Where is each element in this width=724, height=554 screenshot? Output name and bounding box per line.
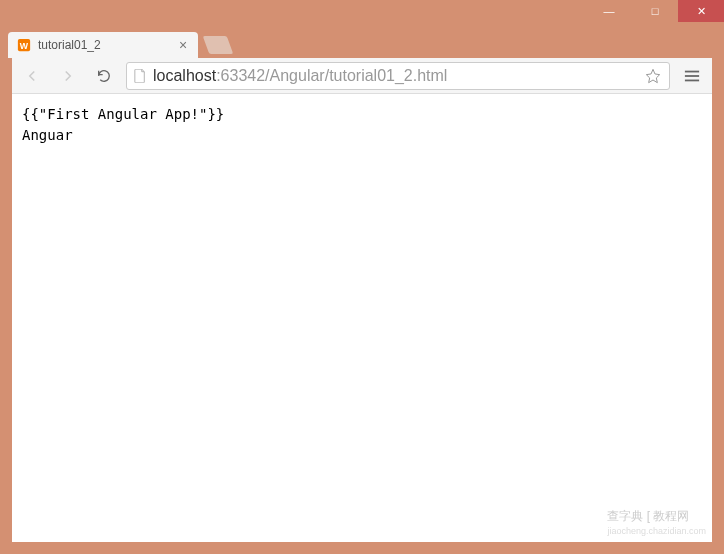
- url-text: localhost:63342/Angular/tutorial01_2.htm…: [153, 67, 637, 85]
- content-line-2: Anguar: [22, 125, 702, 146]
- content-line-1: {{"First Angular App!"}}: [22, 104, 702, 125]
- close-tab-icon[interactable]: ×: [176, 38, 190, 52]
- toolbar: localhost:63342/Angular/tutorial01_2.htm…: [12, 58, 712, 94]
- watermark-sub: jiaocheng.chazidian.com: [607, 525, 706, 539]
- svg-text:W: W: [20, 41, 29, 51]
- titlebar: — □ ✕: [0, 0, 724, 28]
- close-window-button[interactable]: ✕: [678, 0, 724, 22]
- page-icon: [133, 68, 147, 84]
- bookmark-star-icon[interactable]: [643, 66, 663, 86]
- url-path: :63342/Angular/tutorial01_2.html: [216, 67, 447, 84]
- back-button[interactable]: [18, 62, 46, 90]
- tab-bar: W tutorial01_2 ×: [0, 28, 724, 58]
- minimize-button[interactable]: —: [586, 0, 632, 22]
- browser-tab[interactable]: W tutorial01_2 ×: [8, 32, 198, 58]
- window-controls: — □ ✕: [586, 0, 724, 22]
- watermark-main: 查字典 [ 教程网: [607, 509, 689, 523]
- maximize-button[interactable]: □: [632, 0, 678, 22]
- forward-button[interactable]: [54, 62, 82, 90]
- address-bar[interactable]: localhost:63342/Angular/tutorial01_2.htm…: [126, 62, 670, 90]
- url-host: localhost: [153, 67, 216, 84]
- favicon-icon: W: [16, 37, 32, 53]
- new-tab-button[interactable]: [203, 36, 234, 54]
- reload-button[interactable]: [90, 62, 118, 90]
- menu-button[interactable]: [678, 62, 706, 90]
- tab-title: tutorial01_2: [38, 38, 170, 52]
- browser-window: — □ ✕ W tutorial01_2 ×: [0, 0, 724, 554]
- page-content: {{"First Angular App!"}} Anguar 查字典 [ 教程…: [12, 94, 712, 542]
- watermark-text: 查字典 [ 教程网 jiaocheng.chazidian.com: [607, 507, 706, 539]
